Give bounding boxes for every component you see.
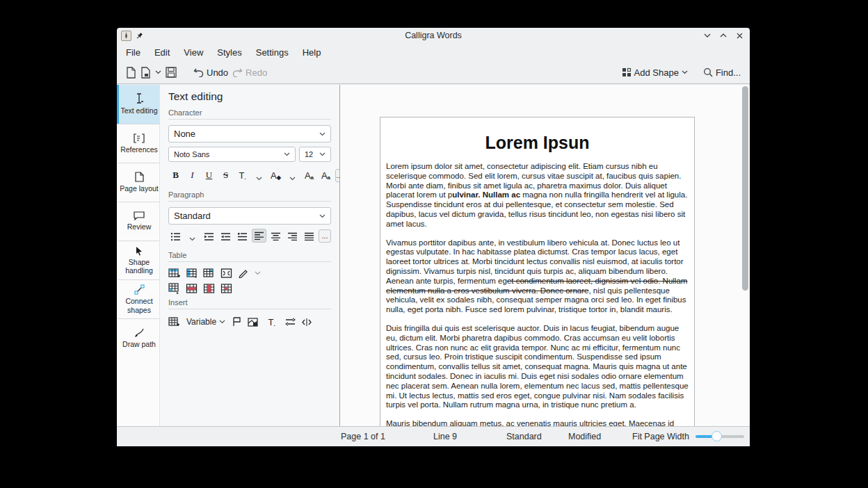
insert-table-button[interactable] [168, 316, 180, 327]
border-pen-icon[interactable] [238, 268, 249, 278]
redo-button[interactable]: Redo [230, 64, 269, 81]
highlight-color-button[interactable]: A◆ [268, 168, 283, 182]
subscript-button[interactable]: Aa [319, 168, 333, 182]
underline-button[interactable]: U [202, 168, 216, 182]
add-row-above-button[interactable] [168, 268, 180, 279]
chevron-down-icon [319, 214, 326, 218]
open-document-button[interactable] [138, 64, 153, 81]
chevron-down-icon [219, 320, 225, 324]
undo-button[interactable]: Undo [191, 64, 230, 81]
close-icon[interactable] [734, 31, 744, 40]
superscript-button[interactable]: Aa [302, 168, 316, 182]
delete-row-button[interactable] [186, 283, 198, 294]
text-color-button[interactable]: T. [235, 168, 250, 182]
add-column-left-button[interactable] [203, 268, 215, 279]
split-cells-button[interactable] [168, 283, 180, 294]
menu-view[interactable]: View [177, 45, 210, 60]
table-section-label: Table [168, 251, 331, 262]
menu-help[interactable]: Help [296, 45, 328, 60]
highlight-chevron-icon[interactable] [285, 168, 300, 182]
paragraph-style-select[interactable]: Standard [168, 207, 331, 225]
find-button[interactable]: Find... [701, 64, 743, 81]
paragraph: Duis fringilla dui quis est scelerisque … [386, 324, 689, 410]
menu-file[interactable]: File [119, 45, 147, 60]
scrollbar-thumb[interactable] [742, 86, 748, 291]
chevron-down-icon [319, 152, 326, 156]
variable-label: Variable [186, 317, 216, 327]
tab-stop-button[interactable] [285, 318, 296, 326]
variable-select[interactable]: Variable [186, 317, 225, 327]
menu-edit[interactable]: Edit [147, 45, 177, 60]
page-indicator: Page 1 of 1 [341, 432, 385, 441]
calligra-words-window: Calligra Words File Edit View Styles Set… [117, 28, 750, 446]
zoom-mode-button[interactable]: Fit Page Width [632, 432, 689, 441]
text-color-chevron-icon[interactable] [252, 168, 266, 182]
align-right-button[interactable] [285, 229, 300, 243]
insert-text-button[interactable]: T. [264, 315, 279, 329]
italic-button[interactable]: I [185, 168, 200, 182]
special-character-button[interactable] [302, 318, 312, 327]
maximize-icon[interactable] [718, 31, 728, 40]
character-section-label: Character [168, 108, 331, 120]
paragraph-more-button[interactable]: ... [319, 229, 331, 243]
tool-options-panel: Text editing Character None Noto Sans 12 [160, 85, 339, 426]
tab-label: Draw path [122, 340, 156, 348]
add-shape-label: Add Shape [634, 67, 679, 78]
frame-button[interactable] [248, 318, 258, 327]
zoom-slider[interactable] [696, 431, 744, 442]
titlebar[interactable]: Calligra Words [117, 28, 750, 43]
font-size-select[interactable]: 12 [299, 147, 331, 162]
border-style-chevron-icon[interactable] [255, 271, 261, 275]
add-shape-button[interactable]: Add Shape [620, 64, 690, 81]
cursor-arrow-icon [135, 246, 143, 256]
paragraph-section-label: Paragraph [168, 190, 331, 202]
speech-bubble-icon [134, 211, 145, 220]
delete-table-button[interactable] [220, 283, 232, 294]
tab-references[interactable]: References [117, 124, 159, 163]
bold-button[interactable]: B [168, 168, 183, 182]
align-justify-button[interactable] [302, 229, 316, 243]
tab-connect-shapes[interactable]: Connect shapes [117, 279, 159, 318]
tab-label: Text editing [120, 106, 157, 115]
delete-column-button[interactable] [203, 283, 215, 294]
menu-styles[interactable]: Styles [210, 45, 248, 60]
vertical-scrollbar[interactable] [740, 85, 750, 426]
tab-page-layout[interactable]: Page layout [117, 163, 159, 202]
bookmark-button[interactable] [232, 317, 241, 327]
strikethrough-button[interactable]: S [218, 168, 233, 182]
new-document-button[interactable] [124, 64, 138, 81]
tab-review[interactable]: Review [117, 202, 159, 241]
save-button[interactable] [163, 64, 179, 81]
modified-indicator: Modified [568, 432, 601, 441]
decrease-indent-button[interactable] [218, 229, 233, 243]
zoom-slider-handle[interactable] [712, 431, 722, 441]
document-title: Lorem Ipsun [386, 133, 689, 153]
document-view[interactable]: Lorem Ipsun Lorem ipsum dolor sit amet, … [339, 85, 750, 426]
list-style-button[interactable] [168, 229, 183, 243]
tab-label: Review [127, 222, 151, 231]
character-style-value: None [174, 129, 195, 139]
align-center-button[interactable] [268, 229, 283, 243]
undo-label: Undo [207, 67, 228, 78]
pin-icon[interactable] [136, 32, 143, 40]
tab-draw-path[interactable]: Draw path [117, 318, 159, 357]
paragraph: Vivamus porttitor dapibus ante, in vesti… [386, 238, 689, 315]
tab-text-editing[interactable]: Text editing [117, 85, 159, 124]
menu-settings[interactable]: Settings [249, 45, 296, 60]
increase-indent-button[interactable] [202, 229, 216, 243]
open-recent-chevron-icon[interactable] [153, 64, 163, 81]
font-family-select[interactable]: Noto Sans [168, 147, 296, 162]
add-row-below-button[interactable] [186, 268, 198, 279]
list-style-chevron-icon[interactable] [185, 229, 200, 243]
tab-label: References [120, 145, 158, 154]
tool-tabstrip: Text editing References Page layout Revi… [117, 85, 160, 426]
align-left-button[interactable] [252, 229, 266, 243]
main-area: Text editing References Page layout Revi… [117, 85, 750, 426]
document-page[interactable]: Lorem Ipsun Lorem ipsum dolor sit amet, … [380, 117, 695, 426]
minimize-icon[interactable] [702, 31, 712, 40]
first-line-indent-button[interactable] [235, 229, 250, 243]
app-icon [121, 31, 131, 41]
merge-cells-button[interactable] [220, 268, 232, 279]
character-style-select[interactable]: None [168, 125, 331, 143]
tab-shape-handling[interactable]: Shape handling [117, 241, 159, 279]
